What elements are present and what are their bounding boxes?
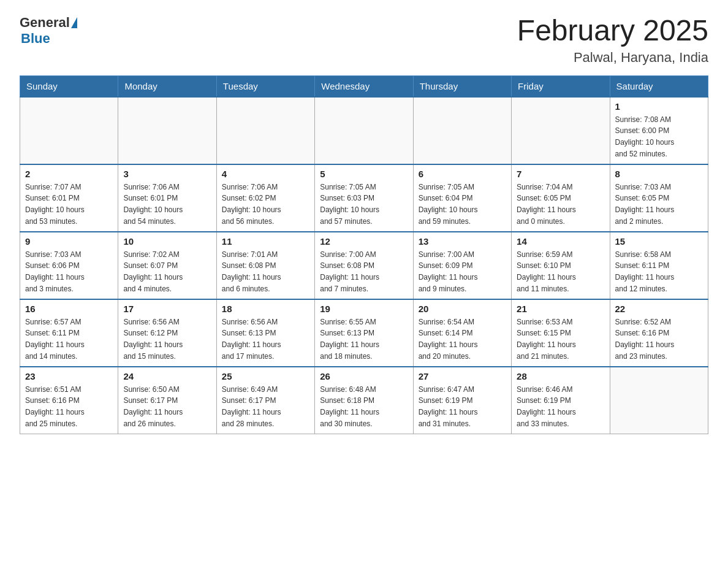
day-info: Sunrise: 6:51 AMSunset: 6:16 PMDaylight:… <box>25 384 113 429</box>
day-info: Sunrise: 7:04 AMSunset: 6:05 PMDaylight:… <box>517 182 604 227</box>
calendar-cell <box>20 97 118 164</box>
day-number: 26 <box>320 371 408 381</box>
calendar-cell: 23Sunrise: 6:51 AMSunset: 6:16 PMDayligh… <box>20 367 118 434</box>
calendar-cell: 28Sunrise: 6:46 AMSunset: 6:19 PMDayligh… <box>512 367 610 434</box>
day-info: Sunrise: 6:54 AMSunset: 6:14 PMDaylight:… <box>419 316 506 362</box>
page-header: General Blue February 2025 Palwal, Harya… <box>20 15 708 66</box>
day-info: Sunrise: 7:00 AMSunset: 6:09 PMDaylight:… <box>419 249 506 294</box>
calendar-cell: 15Sunrise: 6:58 AMSunset: 6:11 PMDayligh… <box>610 232 708 299</box>
day-number: 21 <box>517 304 604 314</box>
calendar-cell: 6Sunrise: 7:05 AMSunset: 6:04 PMDaylight… <box>413 164 511 232</box>
calendar-cell: 11Sunrise: 7:01 AMSunset: 6:08 PMDayligh… <box>216 232 314 299</box>
calendar-cell: 25Sunrise: 6:49 AMSunset: 6:17 PMDayligh… <box>216 367 314 434</box>
calendar-cell: 21Sunrise: 6:53 AMSunset: 6:15 PMDayligh… <box>512 299 610 367</box>
day-number: 23 <box>25 371 113 381</box>
calendar-cell: 1Sunrise: 7:08 AMSunset: 6:00 PMDaylight… <box>610 97 708 164</box>
day-number: 28 <box>517 371 604 381</box>
month-title: February 2025 <box>517 15 708 47</box>
calendar-cell: 10Sunrise: 7:02 AMSunset: 6:07 PMDayligh… <box>118 232 216 299</box>
day-number: 27 <box>419 371 506 381</box>
day-number: 13 <box>419 236 506 247</box>
calendar-cell: 22Sunrise: 6:52 AMSunset: 6:16 PMDayligh… <box>610 299 708 367</box>
calendar-cell: 5Sunrise: 7:05 AMSunset: 6:03 PMDaylight… <box>315 164 413 232</box>
day-number: 15 <box>615 236 703 247</box>
day-info: Sunrise: 6:57 AMSunset: 6:11 PMDaylight:… <box>25 316 113 362</box>
day-number: 4 <box>222 169 309 179</box>
day-info: Sunrise: 6:52 AMSunset: 6:16 PMDaylight:… <box>615 316 703 362</box>
location-title: Palwal, Haryana, India <box>517 50 708 66</box>
calendar-cell <box>118 97 216 164</box>
day-info: Sunrise: 6:56 AMSunset: 6:13 PMDaylight:… <box>222 316 309 362</box>
day-number: 1 <box>615 101 703 112</box>
day-number: 2 <box>25 169 113 179</box>
calendar-cell: 18Sunrise: 6:56 AMSunset: 6:13 PMDayligh… <box>216 299 314 367</box>
calendar-cell: 24Sunrise: 6:50 AMSunset: 6:17 PMDayligh… <box>118 367 216 434</box>
day-number: 7 <box>517 169 604 179</box>
calendar-cell: 27Sunrise: 6:47 AMSunset: 6:19 PMDayligh… <box>413 367 511 434</box>
week-row-4: 16Sunrise: 6:57 AMSunset: 6:11 PMDayligh… <box>20 299 708 367</box>
day-number: 12 <box>320 236 408 247</box>
calendar-cell <box>512 97 610 164</box>
calendar-table: SundayMondayTuesdayWednesdayThursdayFrid… <box>20 75 708 435</box>
day-number: 6 <box>419 169 506 179</box>
column-header-friday: Friday <box>512 75 610 97</box>
day-number: 8 <box>615 169 703 179</box>
calendar-cell: 20Sunrise: 6:54 AMSunset: 6:14 PMDayligh… <box>413 299 511 367</box>
calendar-cell: 8Sunrise: 7:03 AMSunset: 6:05 PMDaylight… <box>610 164 708 232</box>
day-info: Sunrise: 7:01 AMSunset: 6:08 PMDaylight:… <box>222 249 309 294</box>
day-info: Sunrise: 7:03 AMSunset: 6:06 PMDaylight:… <box>25 249 113 294</box>
week-row-5: 23Sunrise: 6:51 AMSunset: 6:16 PMDayligh… <box>20 367 708 434</box>
column-header-thursday: Thursday <box>413 75 511 97</box>
calendar-cell: 12Sunrise: 7:00 AMSunset: 6:08 PMDayligh… <box>315 232 413 299</box>
column-header-wednesday: Wednesday <box>315 75 413 97</box>
day-info: Sunrise: 7:03 AMSunset: 6:05 PMDaylight:… <box>615 182 703 227</box>
day-info: Sunrise: 6:48 AMSunset: 6:18 PMDaylight:… <box>320 384 408 429</box>
day-info: Sunrise: 7:06 AMSunset: 6:02 PMDaylight:… <box>222 182 309 227</box>
week-row-3: 9Sunrise: 7:03 AMSunset: 6:06 PMDaylight… <box>20 232 708 299</box>
day-info: Sunrise: 7:06 AMSunset: 6:01 PMDaylight:… <box>123 182 211 227</box>
week-row-1: 1Sunrise: 7:08 AMSunset: 6:00 PMDaylight… <box>20 97 708 164</box>
day-info: Sunrise: 6:56 AMSunset: 6:12 PMDaylight:… <box>123 316 211 362</box>
day-number: 20 <box>419 304 506 314</box>
day-number: 14 <box>517 236 604 247</box>
calendar-cell <box>610 367 708 434</box>
day-number: 22 <box>615 304 703 314</box>
calendar-cell <box>413 97 511 164</box>
day-info: Sunrise: 7:05 AMSunset: 6:03 PMDaylight:… <box>320 182 408 227</box>
calendar-cell: 2Sunrise: 7:07 AMSunset: 6:01 PMDaylight… <box>20 164 118 232</box>
day-info: Sunrise: 6:53 AMSunset: 6:15 PMDaylight:… <box>517 316 604 362</box>
column-header-sunday: Sunday <box>20 75 118 97</box>
day-number: 5 <box>320 169 408 179</box>
title-area: February 2025 Palwal, Haryana, India <box>517 15 708 66</box>
calendar-cell: 7Sunrise: 7:04 AMSunset: 6:05 PMDaylight… <box>512 164 610 232</box>
logo-general-text: General <box>20 15 70 31</box>
day-number: 3 <box>123 169 211 179</box>
calendar-cell: 13Sunrise: 7:00 AMSunset: 6:09 PMDayligh… <box>413 232 511 299</box>
calendar-cell: 16Sunrise: 6:57 AMSunset: 6:11 PMDayligh… <box>20 299 118 367</box>
day-info: Sunrise: 7:05 AMSunset: 6:04 PMDaylight:… <box>419 182 506 227</box>
day-info: Sunrise: 6:50 AMSunset: 6:17 PMDaylight:… <box>123 384 211 429</box>
week-row-2: 2Sunrise: 7:07 AMSunset: 6:01 PMDaylight… <box>20 164 708 232</box>
day-number: 16 <box>25 304 113 314</box>
day-number: 24 <box>123 371 211 381</box>
day-number: 25 <box>222 371 309 381</box>
logo: General Blue <box>20 15 77 47</box>
calendar-header-row: SundayMondayTuesdayWednesdayThursdayFrid… <box>20 75 708 97</box>
day-info: Sunrise: 6:47 AMSunset: 6:19 PMDaylight:… <box>419 384 506 429</box>
calendar-cell <box>216 97 314 164</box>
logo-blue-text: Blue <box>21 31 50 47</box>
day-info: Sunrise: 6:58 AMSunset: 6:11 PMDaylight:… <box>615 249 703 294</box>
logo-triangle-icon <box>71 17 77 28</box>
calendar-cell: 17Sunrise: 6:56 AMSunset: 6:12 PMDayligh… <box>118 299 216 367</box>
day-number: 19 <box>320 304 408 314</box>
day-number: 18 <box>222 304 309 314</box>
column-header-saturday: Saturday <box>610 75 708 97</box>
day-info: Sunrise: 6:55 AMSunset: 6:13 PMDaylight:… <box>320 316 408 362</box>
calendar-cell: 14Sunrise: 6:59 AMSunset: 6:10 PMDayligh… <box>512 232 610 299</box>
calendar-cell: 3Sunrise: 7:06 AMSunset: 6:01 PMDaylight… <box>118 164 216 232</box>
day-info: Sunrise: 7:08 AMSunset: 6:00 PMDaylight:… <box>615 114 703 159</box>
day-info: Sunrise: 7:02 AMSunset: 6:07 PMDaylight:… <box>123 249 211 294</box>
column-header-tuesday: Tuesday <box>216 75 314 97</box>
calendar-cell: 4Sunrise: 7:06 AMSunset: 6:02 PMDaylight… <box>216 164 314 232</box>
day-number: 10 <box>123 236 211 247</box>
